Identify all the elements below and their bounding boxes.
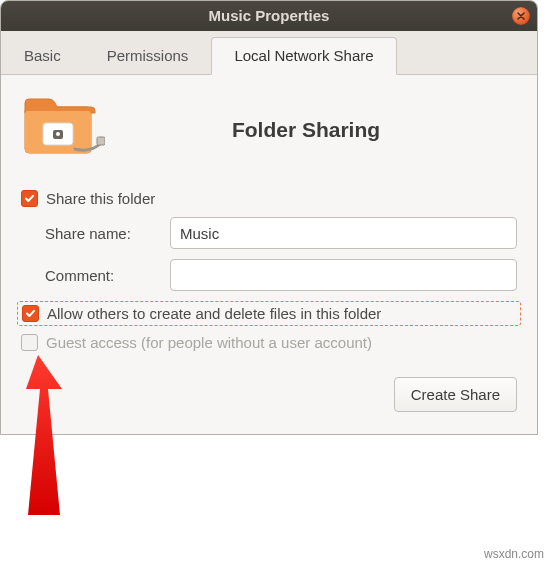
window-title: Music Properties [209, 7, 330, 24]
share-folder-row[interactable]: Share this folder [21, 190, 517, 207]
allow-others-checkbox[interactable] [22, 305, 39, 322]
close-icon [516, 11, 526, 21]
shared-folder-icon [21, 93, 105, 166]
watermark: wsxdn.com [484, 547, 544, 561]
close-button[interactable] [512, 7, 530, 25]
check-icon [25, 308, 36, 319]
properties-window: Music Properties Basic Permissions Local… [0, 0, 538, 435]
share-name-label: Share name: [45, 225, 160, 242]
check-icon [24, 193, 35, 204]
tab-permissions[interactable]: Permissions [84, 37, 212, 75]
tab-content: Folder Sharing Share this folder Share n… [1, 75, 537, 434]
panel-heading: Folder Sharing [135, 118, 517, 142]
tab-bar: Basic Permissions Local Network Share [1, 31, 537, 75]
allow-others-row[interactable]: Allow others to create and delete files … [17, 301, 521, 326]
comment-input[interactable] [170, 259, 517, 291]
titlebar: Music Properties [1, 1, 537, 31]
share-folder-label: Share this folder [46, 190, 155, 207]
create-share-button[interactable]: Create Share [394, 377, 517, 412]
header-row: Folder Sharing [21, 93, 517, 166]
share-folder-checkbox[interactable] [21, 190, 38, 207]
share-name-input[interactable] [170, 217, 517, 249]
svg-point-4 [56, 132, 60, 136]
svg-rect-5 [97, 137, 105, 145]
guest-access-label: Guest access (for people without a user … [46, 334, 372, 351]
guest-access-checkbox[interactable] [21, 334, 38, 351]
tab-local-network-share[interactable]: Local Network Share [211, 37, 396, 75]
tab-basic[interactable]: Basic [1, 37, 84, 75]
guest-access-row[interactable]: Guest access (for people without a user … [21, 334, 517, 351]
comment-label: Comment: [45, 267, 160, 284]
share-name-row: Share name: [45, 217, 517, 249]
button-row: Create Share [21, 377, 517, 412]
comment-row: Comment: [45, 259, 517, 291]
allow-others-label: Allow others to create and delete files … [47, 305, 381, 322]
